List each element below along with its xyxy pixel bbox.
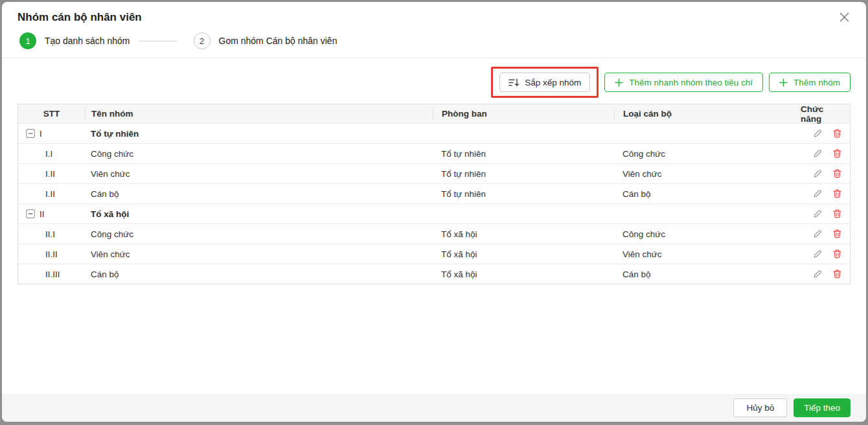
groups-table: STT Tên nhóm Phòng ban Loại cán bộ Chức …: [17, 104, 851, 284]
stt-cell: II.III: [18, 270, 85, 279]
add-group-button[interactable]: Thêm nhóm: [769, 73, 851, 92]
delete-icon[interactable]: [833, 169, 841, 178]
next-button[interactable]: Tiếp theo: [794, 398, 851, 417]
edit-icon[interactable]: [813, 229, 822, 238]
sort-descending-icon: [508, 78, 520, 87]
column-header-actions: Chức năng: [800, 108, 850, 119]
modal-title: Nhóm cán bộ nhân viên: [17, 11, 851, 24]
step-connector: [139, 41, 177, 41]
delete-icon[interactable]: [833, 129, 841, 138]
staff-type-cell: Viên chức: [614, 249, 800, 259]
stt-value: II: [40, 209, 45, 219]
modal-footer: Hủy bỏ Tiếp theo: [2, 394, 866, 422]
group-name-cell: Tổ tự nhiên: [85, 129, 433, 139]
staff-type-cell: Cán bộ: [614, 189, 800, 199]
add-group-label: Thêm nhóm: [794, 78, 840, 87]
group-name-cell: Viên chức: [85, 249, 433, 259]
stt-value: II.III: [45, 270, 60, 279]
edit-icon[interactable]: [813, 149, 822, 158]
actions-cell: [800, 229, 850, 238]
stt-cell: II: [18, 209, 85, 219]
actions-cell: [800, 189, 850, 198]
modal-header: Nhóm cán bộ nhân viên: [2, 2, 866, 24]
column-header-stt: STT: [18, 109, 85, 119]
delete-icon[interactable]: [833, 189, 841, 198]
quick-add-group-button[interactable]: Thêm nhanh nhóm theo tiêu chí: [604, 73, 763, 92]
delete-icon[interactable]: [833, 149, 841, 158]
edit-icon[interactable]: [813, 129, 822, 138]
edit-icon[interactable]: [813, 189, 822, 198]
delete-icon[interactable]: [833, 270, 841, 279]
staff-type-cell: Công chức: [614, 229, 800, 239]
plus-icon: [779, 78, 788, 87]
stt-value: I.I: [45, 149, 52, 159]
edit-icon[interactable]: [813, 169, 822, 178]
toolbar: Sắp xếp nhóm Thêm nhanh nhóm theo tiêu c…: [2, 58, 866, 100]
department-cell: Tổ tự nhiên: [433, 149, 614, 159]
staff-type-cell: Công chức: [614, 149, 800, 159]
step-2-circle: 2: [194, 32, 211, 49]
table-row: II.II Viên chức Tổ xã hội Viên chức: [18, 244, 850, 264]
close-button[interactable]: [836, 9, 852, 25]
actions-cell: [800, 209, 850, 218]
staff-type-cell: Viên chức: [614, 169, 800, 179]
step-1-circle: 1: [19, 32, 36, 49]
step-2-label: Gom nhóm Cán bộ nhân viên: [219, 36, 337, 46]
actions-cell: [800, 249, 850, 258]
actions-cell: [800, 129, 850, 138]
stt-value: I: [40, 129, 42, 139]
actions-cell: [800, 149, 850, 158]
staff-group-modal: Nhóm cán bộ nhân viên 1 Tạo danh sách nh…: [2, 2, 866, 422]
collapse-icon[interactable]: [26, 129, 35, 138]
stt-value: II.I: [45, 229, 55, 239]
annotation-highlight-box: Sắp xếp nhóm: [491, 67, 599, 98]
staff-type-cell: Cán bộ: [614, 270, 800, 279]
close-icon: [839, 12, 849, 22]
stt-cell: I.II: [18, 189, 85, 199]
column-header-type: Loại cán bộ: [614, 108, 800, 119]
group-name-cell: Công chức: [85, 149, 433, 159]
group-name-cell: Viên chức: [85, 169, 433, 179]
plus-icon: [615, 78, 623, 87]
table-row: I Tổ tự nhiên: [18, 123, 850, 143]
table-row: I.II Viên chức Tổ tự nhiên Viên chức: [18, 163, 850, 183]
column-header-dept: Phòng ban: [433, 108, 614, 119]
stt-value: II.II: [45, 249, 58, 259]
group-name-cell: Tổ xã hội: [85, 209, 433, 219]
stt-cell: I.II: [18, 169, 85, 179]
edit-icon[interactable]: [813, 249, 822, 258]
edit-icon[interactable]: [813, 209, 822, 218]
table-row: II.I Công chức Tổ xã hội Công chức: [18, 224, 850, 244]
table-row: II.III Cán bộ Tổ xã hội Cán bộ: [18, 264, 850, 284]
group-name-cell: Cán bộ: [85, 189, 433, 199]
group-name-cell: Công chức: [85, 229, 433, 239]
stt-cell: II.I: [18, 229, 85, 239]
stt-cell: I.I: [18, 149, 85, 159]
department-cell: Tổ tự nhiên: [433, 169, 614, 179]
edit-icon[interactable]: [813, 270, 822, 279]
department-cell: Tổ xã hội: [433, 249, 614, 259]
delete-icon[interactable]: [833, 229, 841, 238]
department-cell: Tổ xã hội: [433, 229, 614, 239]
sort-groups-button[interactable]: Sắp xếp nhóm: [499, 73, 590, 92]
column-header-name: Tên nhóm: [85, 108, 433, 119]
department-cell: Tổ tự nhiên: [433, 189, 614, 199]
stt-value: I.II: [45, 189, 55, 199]
sort-groups-label: Sắp xếp nhóm: [525, 78, 581, 87]
department-cell: Tổ xã hội: [433, 270, 614, 279]
stt-value: I.II: [45, 169, 55, 179]
quick-add-group-label: Thêm nhanh nhóm theo tiêu chí: [629, 78, 753, 87]
actions-cell: [800, 270, 850, 279]
cancel-button[interactable]: Hủy bỏ: [733, 398, 787, 417]
table-row: I.I Công chức Tổ tự nhiên Công chức: [18, 143, 850, 163]
stepper: 1 Tạo danh sách nhóm 2 Gom nhóm Cán bộ n…: [2, 24, 866, 58]
delete-icon[interactable]: [833, 249, 841, 258]
table-row: I.II Cán bộ Tổ tự nhiên Cán bộ: [18, 183, 850, 203]
delete-icon[interactable]: [833, 209, 841, 218]
table-row: II Tổ xã hội: [18, 203, 850, 224]
stt-cell: II.II: [18, 249, 85, 259]
actions-cell: [800, 169, 850, 178]
stt-cell: I: [18, 129, 85, 139]
group-name-cell: Cán bộ: [85, 270, 433, 279]
collapse-icon[interactable]: [26, 209, 35, 218]
